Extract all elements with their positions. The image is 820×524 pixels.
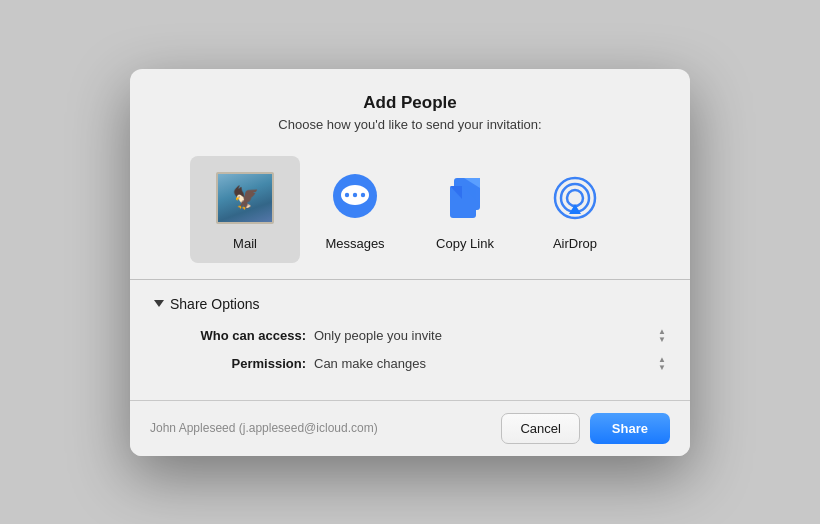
permission-stepper-down-icon[interactable]: ▼ <box>658 364 666 372</box>
svg-point-3 <box>353 192 357 196</box>
share-option-messages[interactable]: Messages <box>300 156 410 263</box>
share-methods-row: 🦅 Mail Messages <box>130 148 690 279</box>
dialog-subtitle: Choose how you'd like to send your invit… <box>154 117 666 132</box>
footer-buttons: Cancel Share <box>501 413 670 444</box>
permission-option-row: Permission: Can make changes ▲ ▼ <box>154 356 666 372</box>
copy-link-icon <box>435 168 495 228</box>
dialog-footer: John Appleseed (j.appleseed@icloud.com) … <box>130 400 690 456</box>
footer-user: John Appleseed (j.appleseed@icloud.com) <box>150 421 378 435</box>
mail-icon: 🦅 <box>215 168 275 228</box>
messages-label: Messages <box>325 236 384 251</box>
share-button[interactable]: Share <box>590 413 670 444</box>
permission-value: Can make changes <box>314 356 652 371</box>
share-options-section: Share Options Who can access: Only peopl… <box>130 280 690 400</box>
svg-point-4 <box>361 192 365 196</box>
add-people-dialog: Add People Choose how you'd like to send… <box>130 69 690 456</box>
access-option-row: Who can access: Only people you invite ▲… <box>154 328 666 344</box>
share-option-airdrop[interactable]: AirDrop <box>520 156 630 263</box>
share-options-header[interactable]: Share Options <box>154 296 666 312</box>
share-option-mail[interactable]: 🦅 Mail <box>190 156 300 263</box>
svg-point-15 <box>567 190 583 206</box>
permission-label: Permission: <box>154 356 314 371</box>
permission-stepper[interactable]: ▲ ▼ <box>658 356 666 372</box>
cancel-button[interactable]: Cancel <box>501 413 579 444</box>
dialog-title: Add People <box>154 93 666 113</box>
mail-label: Mail <box>233 236 257 251</box>
copy-link-label: Copy Link <box>436 236 494 251</box>
share-options-title: Share Options <box>170 296 260 312</box>
dialog-header: Add People Choose how you'd like to send… <box>130 69 690 148</box>
access-value: Only people you invite <box>314 328 652 343</box>
stepper-down-icon[interactable]: ▼ <box>658 336 666 344</box>
messages-icon <box>325 168 385 228</box>
access-stepper[interactable]: ▲ ▼ <box>658 328 666 344</box>
access-label: Who can access: <box>154 328 314 343</box>
svg-point-2 <box>345 192 349 196</box>
share-option-copy-link[interactable]: Copy Link <box>410 156 520 263</box>
collapse-triangle-icon <box>154 300 164 307</box>
airdrop-icon <box>545 168 605 228</box>
airdrop-label: AirDrop <box>553 236 597 251</box>
